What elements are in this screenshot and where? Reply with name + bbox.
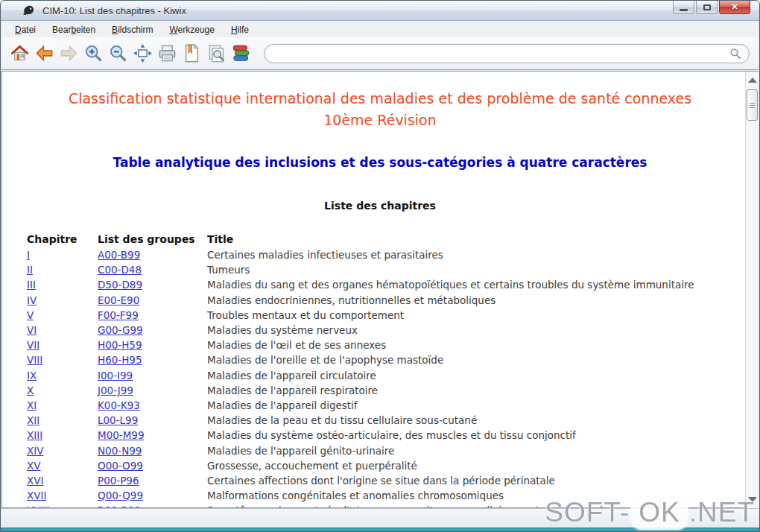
- menu-werkzeuge[interactable]: Werkzeuge: [162, 22, 221, 37]
- chapter-title: Maladies de l'appareil digestif: [207, 399, 758, 411]
- chapter-title: Maladies du sang et des organes hématopo…: [207, 279, 758, 291]
- chapter-link[interactable]: II: [27, 264, 33, 276]
- back-button[interactable]: [32, 41, 57, 66]
- table-row: XIII M00-M99 Maladies du système ostéo-a…: [27, 428, 758, 443]
- group-range-link[interactable]: C00-D48: [98, 264, 142, 276]
- page-content: Classification statistique international…: [1, 71, 759, 508]
- chapter-link[interactable]: X: [27, 384, 34, 396]
- home-button[interactable]: [7, 41, 32, 66]
- close-icon: ✕: [731, 2, 738, 12]
- menu-datei[interactable]: Datei: [7, 22, 43, 37]
- chapter-link[interactable]: XI: [27, 399, 37, 411]
- forward-arrow-icon: [59, 43, 79, 63]
- window-title: CIM-10: List des chapitres - Kiwix: [42, 5, 186, 16]
- group-range-link[interactable]: J00-J99: [98, 384, 133, 396]
- minimize-button[interactable]: [673, 1, 694, 14]
- toolbar: [1, 37, 759, 70]
- scroll-up-icon[interactable]: [748, 77, 757, 83]
- vertical-scrollbar[interactable]: [745, 72, 759, 508]
- menu-bar: Datei Bearbeiten Bildschirm Werkzeuge Hi…: [1, 22, 759, 37]
- maximize-icon: [703, 4, 711, 10]
- chapter-title: Troubles mentaux et du comportement: [207, 309, 758, 321]
- table-row: X J00-J99 Maladies de l'appareil respira…: [27, 383, 758, 398]
- group-range-link[interactable]: F00-F99: [98, 309, 139, 321]
- table-row: I A00-B99 Certaines maladies infectieuse…: [27, 247, 758, 262]
- zoom-in-button[interactable]: [81, 41, 106, 66]
- group-range-link[interactable]: H60-H95: [98, 354, 142, 366]
- page-title: Classification statistique international…: [2, 88, 758, 131]
- group-range-link[interactable]: M00-M99: [98, 429, 145, 441]
- chapter-title: Maladies de la peau et du tissu cellulai…: [207, 414, 758, 426]
- library-books-icon: [231, 43, 251, 63]
- chapter-link[interactable]: IX: [27, 370, 37, 381]
- app-window: CIM-10: List des chapitres - Kiwix ✕ Dat…: [0, 0, 760, 532]
- window-frame-bottom: [1, 528, 759, 531]
- group-range-link[interactable]: I00-I99: [98, 370, 133, 381]
- menu-hilfe[interactable]: Hilfe: [224, 22, 256, 37]
- group-range-link[interactable]: D50-D89: [98, 279, 142, 291]
- col-header-groupes: List des groupes: [98, 233, 207, 245]
- chapter-link[interactable]: VIII: [27, 354, 42, 366]
- forward-button[interactable]: [57, 41, 81, 66]
- chapter-link[interactable]: I: [27, 249, 30, 261]
- table-row: XV O00-O99 Grossesse, accouchement et pu…: [27, 458, 758, 473]
- group-range-link[interactable]: G00-G99: [98, 324, 143, 336]
- col-header-chapitre: Chapitre: [27, 233, 98, 245]
- chapter-link[interactable]: VII: [27, 339, 39, 351]
- table-row: IV E00-E90 Maladies endocriniennes, nutr…: [27, 293, 758, 308]
- chapter-title: Certaines maladies infectieuses et paras…: [207, 249, 758, 261]
- minimize-icon: [680, 9, 688, 11]
- group-range-link[interactable]: K00-K93: [98, 399, 140, 411]
- menu-bearbeiten[interactable]: Bearbeiten: [45, 22, 103, 37]
- print-button[interactable]: [155, 41, 180, 66]
- library-button[interactable]: [229, 41, 253, 66]
- table-row: XI K00-K93 Maladies de l'appareil digest…: [27, 398, 758, 413]
- group-range-link[interactable]: H00-H59: [98, 339, 142, 351]
- chapter-title: Maladies de l'appareil génito-urinaire: [207, 445, 758, 457]
- table-row: II C00-D48 Tumeurs: [27, 262, 758, 277]
- group-range-link[interactable]: E00-E90: [98, 294, 139, 306]
- group-range-link[interactable]: O00-O99: [98, 460, 143, 472]
- chapter-link[interactable]: XVI: [27, 475, 43, 487]
- chapter-link[interactable]: VI: [27, 324, 37, 336]
- table-row: XVI P00-P96 Certaines affections dont l'…: [27, 473, 758, 488]
- scrollbar-thumb[interactable]: [747, 89, 758, 121]
- close-button[interactable]: ✕: [719, 1, 750, 14]
- chapter-title: Certaines affections dont l'origine se s…: [207, 475, 758, 487]
- chapter-title: Grossesse, accouchement et puerpéralité: [207, 460, 758, 472]
- chapter-title: Maladies de l'appareil respiratoire: [207, 384, 758, 396]
- chapter-link[interactable]: V: [27, 309, 34, 321]
- zoom-out-button[interactable]: [106, 41, 130, 66]
- fullscreen-button[interactable]: [130, 41, 155, 66]
- bookmark-button[interactable]: [180, 41, 204, 66]
- chapter-link[interactable]: XVII: [27, 490, 46, 501]
- group-range-link[interactable]: P00-P96: [98, 475, 139, 487]
- menu-bildschirm[interactable]: Bildschirm: [104, 22, 160, 37]
- chapter-link[interactable]: III: [27, 279, 36, 291]
- chapter-title: Tumeurs: [207, 264, 758, 276]
- chapter-link[interactable]: XIII: [27, 429, 42, 441]
- chapter-link[interactable]: IV: [27, 294, 37, 306]
- group-range-link[interactable]: N00-N99: [98, 445, 142, 457]
- chapter-title: Maladies endocriniennes, nutritionnelles…: [207, 294, 758, 306]
- search-input[interactable]: [265, 45, 749, 62]
- find-in-page-icon: [206, 43, 227, 63]
- maximize-button[interactable]: [696, 1, 718, 14]
- chapter-link[interactable]: XV: [27, 460, 40, 472]
- chapter-link[interactable]: XIV: [27, 445, 43, 457]
- group-range-link[interactable]: A00-B99: [98, 249, 140, 261]
- search-box: [264, 44, 750, 63]
- chapter-title: Maladies du système nerveux: [207, 324, 758, 336]
- table-row: XII L00-L99 Maladies de la peau et du ti…: [27, 413, 758, 428]
- print-icon: [157, 43, 177, 63]
- table-row: XVIII R00-R99 Symptômes, signes et résul…: [27, 503, 758, 508]
- scroll-down-icon[interactable]: [748, 497, 757, 502]
- table-row: VI G00-G99 Maladies du système nerveux: [27, 323, 758, 338]
- find-in-page-button[interactable]: [204, 41, 229, 66]
- table-row: VIII H60-H95 Maladies de l'oreille et de…: [27, 352, 758, 367]
- horizontal-scrollbar-track[interactable]: [1, 508, 759, 528]
- group-range-link[interactable]: L00-L99: [98, 414, 138, 426]
- chapter-link[interactable]: XII: [27, 414, 39, 426]
- kiwix-app-icon: [22, 4, 35, 16]
- group-range-link[interactable]: Q00-Q99: [98, 490, 143, 501]
